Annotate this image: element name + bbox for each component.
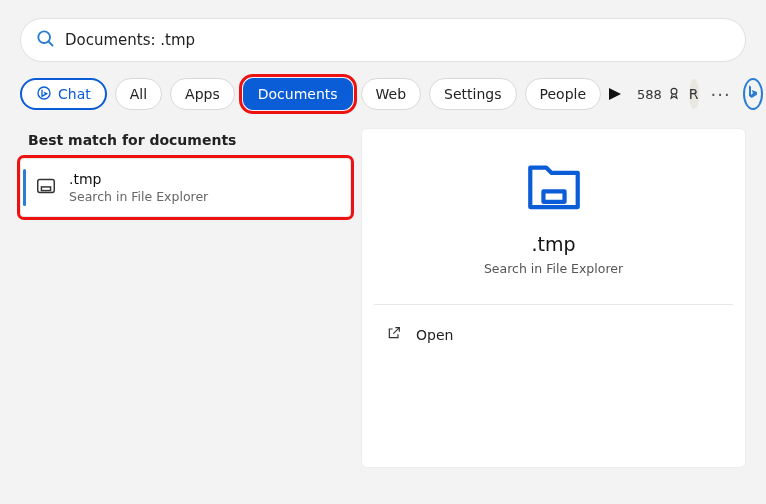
- filter-row: Chat All Apps Documents Web Settings Peo…: [20, 76, 746, 112]
- preview-subtitle: Search in File Explorer: [380, 261, 727, 276]
- action-open-label: Open: [416, 327, 453, 343]
- filter-documents-label: Documents: [258, 86, 338, 102]
- filter-all-label: All: [130, 86, 147, 102]
- results-column: Best match for documents .tmp Search in …: [20, 128, 351, 468]
- open-external-icon: [386, 325, 402, 344]
- filter-documents[interactable]: Documents: [243, 78, 353, 110]
- more-menu-icon[interactable]: ···: [707, 84, 735, 105]
- points-value: 588: [637, 87, 662, 102]
- bing-chat-icon: [36, 85, 52, 104]
- result-subtitle: Search in File Explorer: [69, 189, 208, 204]
- section-title: Best match for documents: [28, 132, 343, 148]
- rewards-points[interactable]: 588: [637, 86, 681, 103]
- result-item-tmp[interactable]: .tmp Search in File Explorer: [20, 158, 351, 217]
- filter-web-label: Web: [376, 86, 407, 102]
- preview-panel: .tmp Search in File Explorer Open: [361, 128, 746, 468]
- result-title: .tmp: [69, 171, 208, 187]
- more-filters-expand-icon[interactable]: [609, 84, 621, 104]
- svg-point-4: [671, 88, 677, 94]
- svg-rect-6: [41, 186, 50, 190]
- svg-line-1: [49, 42, 53, 46]
- search-icon: [35, 28, 55, 52]
- file-explorer-icon: [35, 175, 57, 201]
- filter-apps-label: Apps: [185, 86, 220, 102]
- divider: [374, 304, 733, 305]
- search-bar[interactable]: [20, 18, 746, 62]
- chat-label: Chat: [58, 86, 91, 102]
- filter-settings-label: Settings: [444, 86, 501, 102]
- filter-people[interactable]: People: [525, 78, 602, 110]
- action-open[interactable]: Open: [380, 317, 727, 352]
- chat-pill[interactable]: Chat: [20, 78, 107, 110]
- user-avatar[interactable]: R: [689, 79, 699, 109]
- filter-settings[interactable]: Settings: [429, 78, 516, 110]
- bing-button[interactable]: [743, 78, 763, 110]
- content-area: Best match for documents .tmp Search in …: [20, 128, 746, 468]
- search-input[interactable]: [65, 31, 731, 49]
- svg-marker-3: [609, 88, 621, 100]
- avatar-initial: R: [689, 86, 699, 102]
- result-texts: .tmp Search in File Explorer: [69, 171, 208, 204]
- filter-people-label: People: [540, 86, 587, 102]
- filter-all[interactable]: All: [115, 78, 162, 110]
- svg-rect-7: [543, 191, 564, 202]
- bing-logo-icon: [745, 84, 761, 104]
- rewards-medal-icon: [667, 86, 681, 103]
- preview-big-icon: [380, 157, 727, 215]
- filter-web[interactable]: Web: [361, 78, 422, 110]
- preview-title: .tmp: [380, 233, 727, 255]
- filter-apps[interactable]: Apps: [170, 78, 235, 110]
